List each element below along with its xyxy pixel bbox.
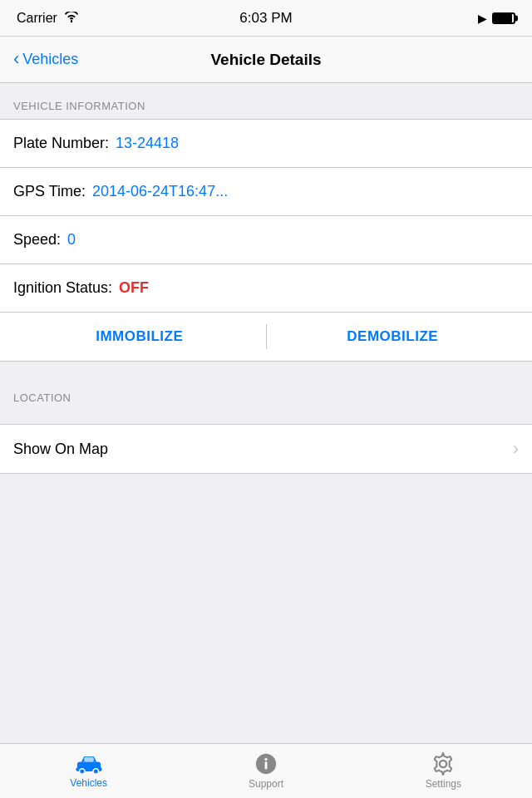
show-on-map-label: Show On Map (13, 441, 108, 458)
location-section-header: LOCATION (0, 375, 532, 411)
info-icon (254, 752, 278, 776)
location-table: Show On Map › (0, 424, 532, 474)
svg-point-9 (440, 761, 446, 767)
speed-row: Speed: 0 (0, 216, 532, 264)
status-left: Carrier (17, 11, 79, 26)
chevron-right-icon: › (513, 438, 519, 460)
vehicle-info-section-header: VEHICLE INFORMATION (0, 83, 532, 119)
gps-time-value: 2014-06-24T16:47... (92, 183, 228, 200)
speed-label: Speed: (13, 231, 61, 249)
back-chevron-icon: ‹ (13, 50, 19, 68)
tab-vehicles[interactable]: Vehicles (0, 746, 177, 796)
wifi-icon (64, 12, 79, 25)
location-icon: ▶ (478, 12, 487, 25)
svg-point-3 (79, 769, 85, 775)
tab-support-label: Support (249, 778, 283, 790)
ignition-status-label: Ignition Status: (13, 279, 112, 297)
plate-number-row: Plate Number: 13-24418 (0, 120, 532, 168)
action-row: IMMOBILIZE DEMOBILIZE (0, 313, 532, 361)
tab-support[interactable]: Support (177, 746, 354, 796)
ignition-status-row: Ignition Status: OFF (0, 264, 532, 313)
speed-value: 0 (67, 231, 76, 249)
svg-rect-7 (265, 761, 268, 769)
gps-time-label: GPS Time: (13, 183, 86, 200)
svg-point-4 (93, 769, 99, 775)
page-title: Vehicle Details (210, 51, 321, 69)
tab-bar: Vehicles Support Settings (0, 743, 532, 798)
car-icon (73, 753, 105, 775)
content-area: VEHICLE INFORMATION Plate Number: 13-244… (0, 83, 532, 743)
status-right: ▶ (478, 12, 515, 25)
vehicle-info-table: Plate Number: 13-24418 GPS Time: 2014-06… (0, 119, 532, 362)
plate-number-label: Plate Number: (13, 135, 109, 152)
gps-time-row: GPS Time: 2014-06-24T16:47... (0, 168, 532, 216)
back-button[interactable]: ‹ Vehicles (13, 51, 78, 68)
immobilize-button[interactable]: IMMOBILIZE (13, 315, 266, 358)
show-on-map-row[interactable]: Show On Map › (0, 425, 532, 473)
demobilize-button[interactable]: DEMOBILIZE (267, 315, 520, 358)
nav-bar: ‹ Vehicles Vehicle Details (0, 37, 532, 83)
plate-number-value: 13-24418 (116, 135, 179, 152)
ignition-status-value: OFF (119, 279, 149, 297)
status-bar: Carrier 6:03 PM ▶ (0, 0, 532, 37)
svg-point-8 (264, 758, 267, 761)
settings-icon (431, 752, 455, 776)
status-time: 6:03 PM (239, 10, 292, 27)
battery-icon (492, 12, 515, 24)
tab-settings-label: Settings (426, 778, 461, 790)
carrier-label: Carrier (17, 11, 57, 26)
svg-rect-5 (84, 757, 94, 762)
svg-point-0 (71, 20, 72, 22)
back-label: Vehicles (22, 51, 78, 68)
tab-settings[interactable]: Settings (355, 746, 532, 796)
tab-vehicles-label: Vehicles (70, 777, 107, 789)
